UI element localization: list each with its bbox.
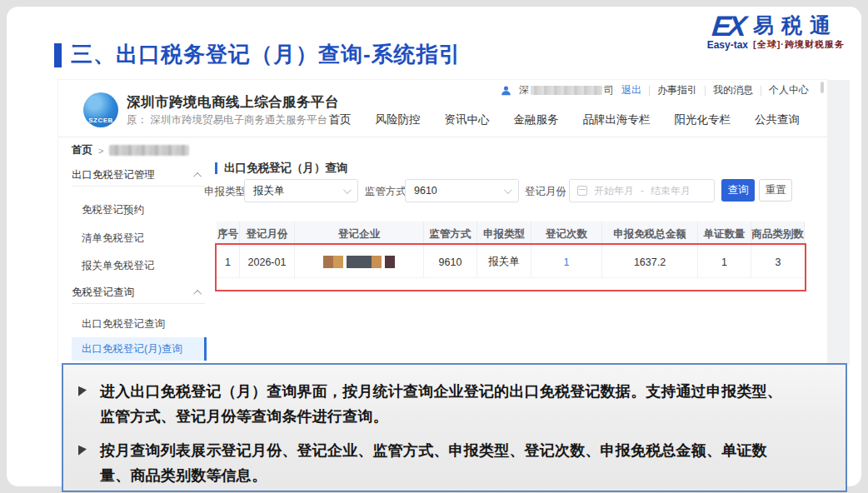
redacted-company-name	[531, 86, 602, 95]
user-link-profile[interactable]: 个人中心	[769, 83, 809, 97]
user-company-name: 深 司	[519, 83, 614, 97]
note-text: 按月查询列表展示登记月份、登记企业、监管方式、申报类型、登记次数、申报免税总金额…	[100, 442, 767, 484]
sidebar-group-label: 出口免税登记管理	[72, 168, 155, 182]
sidebar-item-list-registration[interactable]: 清单免税登记	[72, 227, 205, 250]
user-bar: 深 司 退出 办事指引 我的消息 个人中心	[501, 83, 809, 97]
declare-type-label: 申报类型	[204, 185, 246, 199]
breadcrumb-home[interactable]: 首页	[72, 143, 92, 157]
company-prefix: 深	[519, 83, 529, 97]
nav-item-brand[interactable]: 品牌出海专栏	[583, 112, 651, 127]
portal-logo-text: SZCEB	[88, 117, 113, 124]
cell-month: 2026-01	[240, 246, 295, 278]
register-month-label: 登记月份	[525, 185, 566, 199]
register-count-link[interactable]: 1	[564, 256, 570, 268]
sidebar-item-export-monthly-query[interactable]: 出口免税登记(月)查询	[72, 337, 207, 361]
bullet-arrow-icon	[78, 444, 87, 455]
user-link-guide[interactable]: 办事指引	[657, 83, 697, 97]
page-title: 三、出口税务登记（月）查询-系统指引	[71, 40, 461, 69]
nav-item-sunshine[interactable]: 阳光化专栏	[675, 112, 731, 127]
cell-taxfree-amount: 1637.2	[602, 246, 698, 278]
divider	[761, 86, 761, 96]
column-header-declare-type: 申报类型	[477, 222, 531, 246]
sidebar-group-registration-query[interactable]: 免税登记查询	[72, 282, 205, 304]
bullet-arrow-icon	[78, 385, 87, 396]
scrollbar[interactable]	[821, 82, 824, 93]
breadcrumb: 首页 >	[72, 143, 189, 157]
calendar-icon	[577, 186, 587, 196]
chevron-up-icon	[193, 172, 202, 181]
supervise-mode-value: 9610	[414, 185, 437, 197]
brand-logo: EX Easy-tax 易税通 [全球]·跨境财税服务	[707, 13, 845, 51]
column-header-month: 登记月份	[240, 222, 295, 246]
sidebar-item-export-query[interactable]: 出口免税登记查询	[72, 312, 205, 336]
section-accent-bar	[215, 162, 217, 174]
divider	[58, 137, 827, 137]
month-end-placeholder: 结束年月	[651, 184, 691, 198]
sidebar-group-export-registration[interactable]: 出口免税登记管理	[72, 165, 205, 187]
brand-name: 易税通	[753, 14, 838, 36]
note-item: 进入出口免税登记（月）查询界面，按月统计查询企业登记的出口免税登记数据。支持通过…	[77, 379, 796, 429]
column-header-seq: 序号	[217, 222, 240, 246]
nav-item-home[interactable]: 首页	[329, 112, 352, 127]
nav-item-news[interactable]: 资讯中心	[445, 112, 490, 127]
redacted-breadcrumb-item	[109, 145, 189, 156]
column-header-supervise: 监管方式	[424, 222, 477, 246]
declare-type-select[interactable]: 报关单	[244, 179, 358, 202]
portal-screenshot: 深 司 退出 办事指引 我的消息 个人中心 SZCEB 深圳市跨境电商线上综合服…	[58, 80, 827, 365]
cell-declare-type: 报关单	[477, 246, 531, 278]
company-suffix: 司	[604, 83, 614, 97]
cell-doc-count: 1	[698, 246, 751, 278]
section-title: 出口免税登记（月）查询	[215, 161, 348, 176]
user-icon	[501, 85, 511, 96]
supervise-mode-select[interactable]: 9610	[405, 179, 519, 202]
sidebar-item-label: 免税登记预约	[82, 203, 144, 217]
column-header-enterprise: 登记企业	[295, 222, 424, 246]
redacted-enterprise-block	[347, 256, 382, 268]
portal-site-subtitle: 原： 深圳市跨境贸易电子商务通关服务平台	[127, 113, 327, 127]
sidebar-item-label: 报关单免税登记	[82, 259, 155, 273]
column-header-register-count: 登记次数	[531, 222, 602, 246]
nav-item-finance[interactable]: 金融服务	[514, 112, 559, 127]
nav-item-risk[interactable]: 风险防控	[376, 112, 421, 127]
brand-logo-mark: EX Easy-tax	[707, 13, 748, 51]
user-link-messages[interactable]: 我的消息	[713, 83, 753, 97]
divider	[649, 86, 650, 96]
supervise-mode-label: 监管方式	[365, 185, 407, 199]
result-table: 序号 登记月份 登记企业 监管方式 申报类型 登记次数 申报免税总金额 单证数量…	[217, 222, 805, 278]
chevron-down-icon	[504, 186, 512, 194]
cell-enterprise-redacted	[295, 246, 424, 278]
declare-type-value: 报关单	[253, 184, 285, 198]
query-button[interactable]: 查询	[721, 179, 755, 202]
nav-item-public-query[interactable]: 公共查询	[755, 112, 800, 127]
reset-button[interactable]: 重置	[759, 179, 792, 202]
sidebar-item-declaration-registration[interactable]: 报关单免税登记	[72, 254, 205, 277]
sidebar-item-label: 出口免税登记查询	[82, 317, 165, 331]
cell-seq: 1	[217, 246, 240, 278]
column-header-category-count: 商品类别数	[751, 222, 805, 246]
notes-box: 进入出口免税登记（月）查询界面，按月统计查询企业登记的出口免税登记数据。支持通过…	[62, 363, 847, 492]
column-header-taxfree-amount: 申报免税总金额	[602, 222, 698, 246]
portal-nav: 首页 风险防控 资讯中心 金融服务 品牌出海专栏 阳光化专栏 公共查询	[329, 112, 801, 127]
sidebar-item-label: 清单免税登记	[82, 232, 144, 246]
section-title-text: 出口免税登记（月）查询	[224, 161, 348, 176]
cell-supervise: 9610	[424, 246, 477, 278]
logout-link[interactable]: 退出	[621, 83, 641, 97]
note-text: 进入出口免税登记（月）查询界面，按月统计查询企业登记的出口免税登记数据。支持通过…	[100, 383, 782, 425]
redacted-enterprise-block	[323, 256, 343, 268]
chevron-down-icon	[343, 186, 352, 194]
chevron-up-icon	[193, 290, 202, 298]
redacted-enterprise-block	[385, 256, 395, 268]
cell-category-count: 3	[751, 246, 805, 278]
portal-logo-globe-icon: SZCEB	[83, 92, 118, 127]
breadcrumb-separator: >	[98, 146, 103, 156]
sidebar-item-label: 出口免税登记(月)查询	[82, 342, 182, 356]
portal-site-title: 深圳市跨境电商线上综合服务平台	[127, 93, 339, 112]
register-month-range-input[interactable]: 开始年月 - 结束年月	[569, 179, 715, 202]
note-item: 按月查询列表展示登记月份、登记企业、监管方式、申报类型、登记次数、申报免税总金额…	[77, 438, 796, 488]
title-accent-bar	[54, 43, 62, 67]
sidebar-group-label: 免税登记查询	[72, 286, 134, 300]
month-range-separator: -	[641, 185, 644, 197]
sidebar-item-taxfree-booking[interactable]: 免税登记预约	[72, 198, 205, 222]
column-header-doc-count: 单证数量	[698, 222, 751, 246]
month-start-placeholder: 开始年月	[594, 184, 634, 198]
